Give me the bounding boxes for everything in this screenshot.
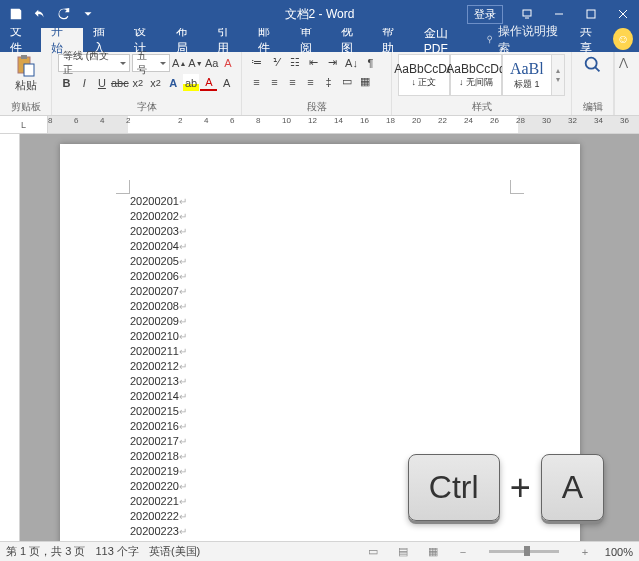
editing-group-label: 编辑: [583, 99, 603, 115]
horizontal-ruler: L 86422468101214161820222426283032343638…: [0, 116, 639, 134]
group-styles: AaBbCcDd↓ 正文 AaBbCcDd↓ 无间隔 AaBl标题 1 ▴▾ 样…: [392, 52, 572, 115]
align-left-button[interactable]: ≡: [248, 73, 265, 90]
group-editing: 编辑: [572, 52, 614, 115]
align-right-button[interactable]: ≡: [284, 73, 301, 90]
tab-review[interactable]: 审阅: [290, 28, 331, 52]
margin-corner-icon: [116, 180, 130, 194]
group-font: 等线 (西文正 五号 A▲ A▼ Aa A B I U abc x2 x2 A …: [52, 52, 242, 115]
maximize-button[interactable]: [575, 0, 607, 28]
show-marks-button[interactable]: ¶: [362, 54, 379, 71]
document-line[interactable]: 20200207↵: [130, 284, 510, 299]
tell-me-search[interactable]: 操作说明搜索: [477, 28, 571, 52]
tab-selector[interactable]: L: [0, 116, 48, 133]
web-layout-button[interactable]: ▦: [423, 544, 443, 560]
login-button[interactable]: 登录: [467, 5, 503, 24]
language-status[interactable]: 英语(美国): [149, 544, 200, 559]
undo-button[interactable]: [30, 4, 50, 24]
margin-corner-icon: [510, 180, 524, 194]
plus-icon: +: [510, 467, 531, 509]
numbering-button[interactable]: ⅟: [267, 54, 284, 71]
align-center-button[interactable]: ≡: [266, 73, 283, 90]
ribbon: 粘贴 剪贴板 等线 (西文正 五号 A▲ A▼ Aa A B I U abc x…: [0, 52, 639, 116]
font-name-select[interactable]: 等线 (西文正: [58, 54, 130, 72]
share-button[interactable]: 共享: [570, 28, 611, 52]
styles-more-button[interactable]: ▴▾: [552, 54, 565, 96]
document-line[interactable]: 20200215↵: [130, 404, 510, 419]
line-spacing-button[interactable]: ‡: [320, 73, 337, 90]
word-count[interactable]: 113 个字: [95, 544, 138, 559]
document-line[interactable]: 20200212↵: [130, 359, 510, 374]
group-paragraph: ≔ ⅟ ☷ ⇤ ⇥ A↓ ¶ ≡ ≡ ≡ ≡ ‡ ▭ ▦ 段落: [242, 52, 392, 115]
group-clipboard: 粘贴 剪贴板: [0, 52, 52, 115]
ruler-scale[interactable]: 8642246810121416182022242628303234363840…: [48, 116, 639, 133]
find-button[interactable]: [582, 54, 604, 76]
bullets-button[interactable]: ≔: [248, 54, 265, 71]
tab-layout[interactable]: 布局: [166, 28, 207, 52]
document-line[interactable]: 20200205↵: [130, 254, 510, 269]
font-size-select[interactable]: 五号: [132, 54, 170, 72]
justify-button[interactable]: ≡: [302, 73, 319, 90]
print-layout-button[interactable]: ▤: [393, 544, 413, 560]
shading-button[interactable]: ▭: [338, 73, 355, 90]
sort-button[interactable]: A↓: [343, 54, 360, 71]
document-line[interactable]: 20200203↵: [130, 224, 510, 239]
shrink-font-button[interactable]: A▼: [188, 55, 202, 72]
close-button[interactable]: [607, 0, 639, 28]
save-button[interactable]: [6, 4, 26, 24]
document-line[interactable]: 20200216↵: [130, 419, 510, 434]
tab-help[interactable]: 帮助: [372, 28, 413, 52]
grow-font-button[interactable]: A▲: [172, 55, 186, 72]
key-ctrl: Ctrl: [408, 454, 500, 521]
page-status[interactable]: 第 1 页，共 3 页: [6, 544, 85, 559]
read-mode-button[interactable]: ▭: [363, 544, 383, 560]
svg-rect-0: [523, 10, 531, 16]
status-bar: 第 1 页，共 3 页 113 个字 英语(美国) ▭ ▤ ▦ − + 100%: [0, 541, 639, 561]
svg-point-2: [487, 36, 491, 40]
document-line[interactable]: 20200209↵: [130, 314, 510, 329]
font-group-label: 字体: [58, 99, 235, 115]
collapse-ribbon-button[interactable]: ⋀: [614, 52, 632, 115]
document-line[interactable]: 20200204↵: [130, 239, 510, 254]
redo-button[interactable]: [54, 4, 74, 24]
increase-indent-button[interactable]: ⇥: [324, 54, 341, 71]
zoom-in-button[interactable]: +: [575, 544, 595, 560]
zoom-slider[interactable]: [489, 550, 559, 553]
paste-label: 粘贴: [15, 78, 37, 93]
zoom-out-button[interactable]: −: [453, 544, 473, 560]
tab-view[interactable]: 视图: [331, 28, 372, 52]
tab-jinshan-pdf[interactable]: 金山PDF: [414, 28, 477, 52]
zoom-level[interactable]: 100%: [605, 546, 633, 558]
style-nospacing[interactable]: AaBbCcDd↓ 无间隔: [450, 54, 502, 96]
user-face-icon[interactable]: ☺: [613, 28, 633, 50]
tab-file[interactable]: 文件: [0, 28, 41, 52]
borders-button[interactable]: ▦: [356, 73, 373, 90]
text-effects-button[interactable]: A: [165, 74, 182, 91]
document-line[interactable]: 20200217↵: [130, 434, 510, 449]
style-normal[interactable]: AaBbCcDd↓ 正文: [398, 54, 450, 96]
paste-button[interactable]: 粘贴: [14, 54, 38, 93]
qat-dropdown[interactable]: [78, 4, 98, 24]
document-line[interactable]: 20200201↵: [130, 194, 510, 209]
phonetic-button[interactable]: A: [218, 74, 235, 91]
document-line[interactable]: 20200211↵: [130, 344, 510, 359]
tab-mailings[interactable]: 邮件: [248, 28, 289, 52]
svg-rect-1: [587, 10, 595, 18]
clear-format-button[interactable]: A: [221, 55, 235, 72]
decrease-indent-button[interactable]: ⇤: [305, 54, 322, 71]
svg-rect-4: [21, 55, 27, 59]
multilevel-button[interactable]: ☷: [286, 54, 303, 71]
vertical-ruler[interactable]: [0, 134, 20, 541]
document-line[interactable]: 20200223↵: [130, 524, 510, 539]
document-line[interactable]: 20200214↵: [130, 389, 510, 404]
highlight-button[interactable]: ab: [183, 74, 200, 91]
document-line[interactable]: 20200213↵: [130, 374, 510, 389]
style-heading1[interactable]: AaBl标题 1: [502, 54, 552, 96]
paragraph-group-label: 段落: [248, 99, 385, 115]
document-line[interactable]: 20200202↵: [130, 209, 510, 224]
document-line[interactable]: 20200208↵: [130, 299, 510, 314]
document-line[interactable]: 20200210↵: [130, 329, 510, 344]
tab-references[interactable]: 引用: [207, 28, 248, 52]
font-color-button[interactable]: A: [200, 74, 217, 91]
document-line[interactable]: 20200206↵: [130, 269, 510, 284]
change-case-button[interactable]: Aa: [205, 55, 219, 72]
